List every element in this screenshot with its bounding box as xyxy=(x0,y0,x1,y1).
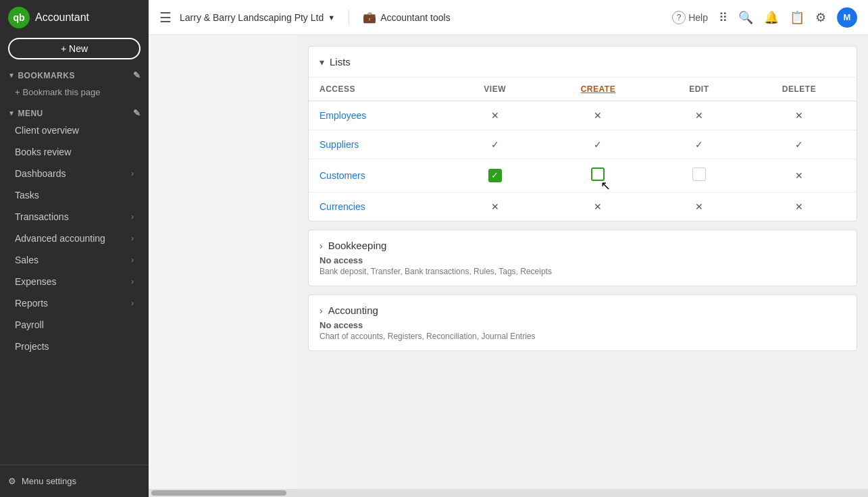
sidebar-item-payroll[interactable]: Payroll xyxy=(8,314,141,336)
check-icon: ✓ xyxy=(491,139,499,150)
col-create: CREATE xyxy=(540,78,656,101)
row-label-customers[interactable]: Customers xyxy=(309,159,450,192)
company-selector[interactable]: Larry & Barry Landscaping Pty Ltd ▼ xyxy=(180,12,335,23)
currencies-view: ✕ xyxy=(450,192,540,221)
row-label-currencies[interactable]: Currencies xyxy=(309,192,450,221)
employees-delete: ✕ xyxy=(742,101,857,130)
customers-create[interactable]: ↖ xyxy=(540,159,656,192)
sidebar-item-advanced-accounting[interactable]: Advanced accounting › xyxy=(8,228,141,249)
briefcase-icon: 💼 xyxy=(363,11,376,24)
row-label-suppliers[interactable]: Suppliers xyxy=(309,130,450,159)
chevron-down-icon: ▼ xyxy=(8,109,15,117)
main-content: ▾ Lists ACCESS VIEW CREATE EDIT DELETE E… xyxy=(297,35,868,497)
access-table: ACCESS VIEW CREATE EDIT DELETE Employees… xyxy=(309,78,857,221)
employees-create: ✕ xyxy=(540,101,656,130)
topbar-icons: ? Help ⠿ 🔍 🔔 📋 ⚙ M xyxy=(672,7,857,28)
col-access: ACCESS xyxy=(309,78,450,101)
gear-icon: ⚙ xyxy=(8,476,16,486)
tasks-icon[interactable]: 📋 xyxy=(790,10,805,25)
sidebar-item-books-review[interactable]: Books review xyxy=(8,141,141,163)
check-icon: ✓ xyxy=(594,139,602,150)
bookkeeping-description: Bank deposit, Transfer, Bank transaction… xyxy=(320,267,846,276)
table-row: Currencies ✕ ✕ ✕ ✕ xyxy=(309,192,857,221)
accounting-section-card: › Accounting No access Chart of accounts… xyxy=(308,294,857,351)
accounting-section-header[interactable]: › Accounting xyxy=(320,305,846,316)
sidebar-item-transactions[interactable]: Transactions › xyxy=(8,206,141,228)
expand-icon: › xyxy=(320,240,323,251)
sidebar-item-reports[interactable]: Reports › xyxy=(8,292,141,314)
chevron-right-icon: › xyxy=(131,234,134,243)
sidebar-item-sales[interactable]: Sales › xyxy=(8,249,141,271)
checkbox-empty[interactable] xyxy=(692,167,706,181)
sidebar-item-projects[interactable]: Projects xyxy=(8,336,141,357)
app-logo: qb xyxy=(8,7,30,28)
customers-view: ✓ xyxy=(450,159,540,192)
checkbox-outline[interactable] xyxy=(591,167,605,181)
suppliers-delete: ✓ xyxy=(742,130,857,159)
bookkeeping-title: Bookkeeping xyxy=(328,240,387,251)
settings-icon[interactable]: ⚙ xyxy=(815,10,826,25)
chevron-down-icon: ▼ xyxy=(8,72,15,79)
accounting-no-access: No access xyxy=(320,320,846,330)
sidebar-item-expenses[interactable]: Expenses › xyxy=(8,271,141,292)
hamburger-icon[interactable]: ☰ xyxy=(159,9,172,26)
chevron-right-icon: › xyxy=(131,169,134,178)
bookkeeping-section-header[interactable]: › Bookkeeping xyxy=(320,240,846,251)
help-button[interactable]: ? Help xyxy=(672,11,708,24)
x-icon: ✕ xyxy=(795,201,803,212)
topbar-divider xyxy=(349,9,349,26)
chevron-right-icon: › xyxy=(131,212,134,221)
x-icon: ✕ xyxy=(695,201,703,212)
menu-section-header: ▼ MENU ✎ xyxy=(8,108,141,118)
customers-edit[interactable] xyxy=(657,159,742,192)
edit-menu-icon[interactable]: ✎ xyxy=(133,108,141,118)
employees-view: ✕ xyxy=(450,101,540,130)
edit-icon[interactable]: ✎ xyxy=(133,70,141,80)
customers-delete: ✕ xyxy=(742,159,857,192)
currencies-edit: ✕ xyxy=(657,192,742,221)
menu-settings[interactable]: ⚙ Menu settings xyxy=(8,472,141,490)
bookkeeping-section-card: › Bookkeeping No access Bank deposit, Tr… xyxy=(308,230,857,286)
topbar: ☰ Larry & Barry Landscaping Pty Ltd ▼ 💼 … xyxy=(149,0,868,35)
x-icon: ✕ xyxy=(491,110,499,121)
notifications-icon[interactable]: 🔔 xyxy=(764,10,779,25)
search-icon[interactable]: 🔍 xyxy=(738,10,753,25)
chevron-right-icon: › xyxy=(131,255,134,265)
employees-edit: ✕ xyxy=(657,101,742,130)
suppliers-create: ✓ xyxy=(540,130,656,159)
accounting-description: Chart of accounts, Registers, Reconcilia… xyxy=(320,332,846,341)
new-button[interactable]: + New xyxy=(8,38,141,59)
x-icon: ✕ xyxy=(695,110,703,121)
row-label-employees[interactable]: Employees xyxy=(309,101,450,130)
user-avatar[interactable]: M xyxy=(837,7,857,28)
x-icon: ✕ xyxy=(795,110,803,121)
sidebar-item-tasks[interactable]: Tasks xyxy=(8,184,141,206)
apps-icon[interactable]: ⠿ xyxy=(719,10,727,25)
chevron-right-icon: › xyxy=(131,298,134,308)
col-view: VIEW xyxy=(450,78,540,101)
scrollbar-thumb[interactable] xyxy=(151,490,286,496)
horizontal-scrollbar[interactable] xyxy=(149,489,868,497)
chevron-down-icon: ▼ xyxy=(328,14,335,22)
question-icon: ? xyxy=(672,11,686,24)
lists-section-header[interactable]: ▾ Lists xyxy=(309,47,857,78)
lists-section-title: Lists xyxy=(330,56,351,68)
bookmark-this-page[interactable]: + Bookmark this page xyxy=(8,82,141,103)
sidebar-item-client-overview[interactable]: Client overview xyxy=(8,120,141,141)
bookmarks-section-header: ▼ BOOKMARKS ✎ xyxy=(8,70,141,80)
lists-section-card: ▾ Lists ACCESS VIEW CREATE EDIT DELETE E… xyxy=(308,46,857,221)
x-icon: ✕ xyxy=(491,201,499,212)
bookmarks-section: ▼ BOOKMARKS ✎ + Bookmark this page xyxy=(0,66,149,104)
suppliers-edit: ✓ xyxy=(657,130,742,159)
currencies-create: ✕ xyxy=(540,192,656,221)
sidebar: qb Accountant + New ▼ BOOKMARKS ✎ + Book… xyxy=(0,0,149,497)
check-green-icon: ✓ xyxy=(488,169,502,182)
col-edit: EDIT xyxy=(657,78,742,101)
x-icon: ✕ xyxy=(594,201,602,212)
check-icon: ✓ xyxy=(795,139,803,150)
collapse-icon: ▾ xyxy=(320,57,324,68)
app-name: Accountant xyxy=(35,11,89,24)
bookkeeping-no-access: No access xyxy=(320,255,846,265)
sidebar-item-dashboards[interactable]: Dashboards › xyxy=(8,163,141,184)
accountant-tools-link[interactable]: 💼 Accountant tools xyxy=(363,11,451,24)
